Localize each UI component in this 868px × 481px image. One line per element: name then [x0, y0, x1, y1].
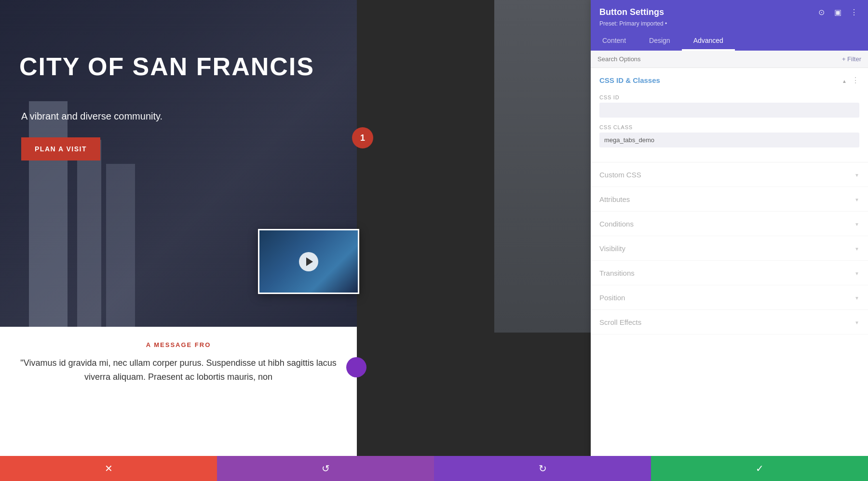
attributes-chevron	[854, 195, 859, 203]
filter-button[interactable]: + Filter	[842, 55, 861, 63]
panel-header-icons: ⊙ ▣ ⋮	[816, 7, 859, 17]
section-scroll-effects[interactable]: Scroll Effects	[591, 310, 868, 334]
more-options-icon[interactable]: ⋮	[849, 7, 859, 17]
section-attributes[interactable]: Attributes	[591, 187, 868, 212]
css-id-label: CSS ID	[599, 94, 859, 100]
save-button[interactable]: ✓	[651, 456, 868, 481]
video-play-button[interactable]	[299, 252, 318, 271]
css-id-classes-title: CSS ID & Classes	[599, 76, 660, 84]
css-id-classes-icons: ⋮	[842, 76, 859, 85]
right-buildings	[494, 0, 591, 333]
bottom-label: A MESSAGE FRO	[19, 341, 338, 348]
conditions-title: Conditions	[599, 220, 634, 228]
transitions-title: Transitions	[599, 269, 635, 277]
section-conditions[interactable]: Conditions	[591, 212, 868, 236]
visibility-title: Visibility	[599, 244, 625, 253]
action-bar: ✕ ↺ ↻ ✓	[0, 456, 868, 481]
layout-icon[interactable]: ▣	[832, 7, 843, 17]
scroll-effects-chevron	[854, 318, 859, 326]
visibility-chevron	[854, 244, 859, 253]
redo-button[interactable]: ↻	[434, 456, 651, 481]
panel-preset: Preset: Primary imported •	[599, 20, 859, 27]
undo-button[interactable]: ↺	[217, 456, 434, 481]
sidebar-panel: Button Settings ⊙ ▣ ⋮ Preset: Primary im…	[591, 0, 868, 481]
conditions-chevron	[854, 219, 859, 228]
plan-visit-button[interactable]: PLAN A VISIT	[21, 137, 100, 160]
css-id-classes-content: CSS ID CSS Class	[591, 93, 868, 162]
bottom-quote: "Vivamus id gravida mi, nec ullam corper…	[19, 356, 338, 384]
section-position[interactable]: Position	[591, 285, 868, 310]
discard-button[interactable]: ✕	[0, 456, 217, 481]
badge-number: 1	[352, 127, 373, 148]
section-transitions[interactable]: Transitions	[591, 261, 868, 285]
collapse-icon[interactable]	[842, 76, 847, 85]
css-class-input[interactable]	[599, 133, 859, 147]
tab-design[interactable]: Design	[637, 32, 682, 51]
section-more-icon[interactable]: ⋮	[852, 76, 859, 85]
search-input[interactable]	[597, 55, 842, 63]
panel-content: CSS ID & Classes ⋮ CSS ID CSS Class Cust…	[591, 68, 868, 462]
attributes-title: Attributes	[599, 195, 630, 203]
canvas-area: CITY OF SAN FRANCIS A vibrant and divers…	[0, 0, 868, 481]
css-id-input[interactable]	[599, 103, 859, 118]
section-css-id-classes: CSS ID & Classes ⋮ CSS ID CSS Class	[591, 68, 868, 162]
custom-css-chevron	[854, 170, 859, 179]
panel-tabs: Content Design Advanced	[591, 32, 868, 51]
section-visibility[interactable]: Visibility	[591, 236, 868, 261]
purple-indicator	[346, 357, 366, 377]
panel-title: Button Settings	[599, 7, 664, 17]
custom-css-title: Custom CSS	[599, 171, 641, 179]
section-custom-css[interactable]: Custom CSS	[591, 162, 868, 187]
transitions-chevron	[854, 268, 859, 277]
screenshot-icon[interactable]: ⊙	[816, 7, 827, 17]
panel-search-bar: + Filter	[591, 51, 868, 68]
hero-title: CITY OF SAN FRANCIS	[19, 53, 314, 80]
video-thumbnail[interactable]	[258, 229, 359, 294]
tab-content[interactable]: Content	[591, 32, 637, 51]
panel-header: Button Settings ⊙ ▣ ⋮ Preset: Primary im…	[591, 0, 868, 32]
css-class-label: CSS Class	[599, 124, 859, 130]
scroll-effects-title: Scroll Effects	[599, 318, 641, 326]
position-chevron	[854, 293, 859, 302]
position-title: Position	[599, 294, 625, 302]
css-id-classes-header[interactable]: CSS ID & Classes ⋮	[591, 68, 868, 93]
tab-advanced[interactable]: Advanced	[682, 32, 735, 51]
hero-subtitle: A vibrant and diverse community.	[21, 111, 163, 122]
